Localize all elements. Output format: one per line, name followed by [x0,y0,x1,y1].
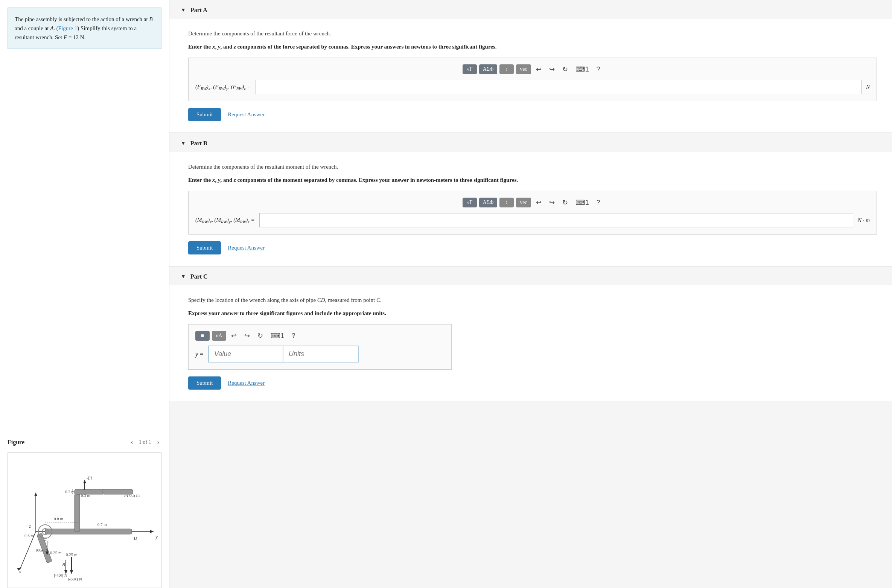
part-a-redo-btn[interactable]: ↪ [546,64,557,75]
svg-text:[-60k] N: [-60k] N [68,577,82,581]
part-b-toolbar: √Γ ΑΣΦ ↕ vec ↩ ↪ ↻ ⌨1 ? [195,197,870,208]
part-a-content: Determine the components of the resultan… [169,19,892,133]
part-c-undo-btn[interactable]: ↩ [228,331,239,341]
figure-nav: ‹ 1 of 1 › [129,438,161,446]
part-a-header[interactable]: ▼ Part A [169,0,892,19]
svg-text:y: y [155,534,158,539]
part-b-section: ▼ Part B Determine the components of the… [169,133,892,266]
part-b-reset-btn[interactable]: ↻ [560,197,571,208]
part-b-answer-box: √Γ ΑΣΦ ↕ vec ↩ ↪ ↻ ⌨1 ? (MRW)x, (MRW)y, … [188,191,877,235]
part-a-title: Part A [190,7,207,14]
figure-title: Figure [8,439,24,446]
figure-link[interactable]: Figure 1 [58,25,77,31]
part-a-submit-button[interactable]: Submit [188,108,221,121]
part-c-title: Part C [190,273,208,280]
part-b-input-label: (MRW)x, (MRW)y, (MRW)z = [195,217,255,224]
part-c-instruction: Express your answer to three significant… [188,309,877,318]
svg-rect-0 [9,456,160,584]
part-c-input-label: y = [195,351,204,358]
svg-text:D: D [133,535,137,541]
part-c-reset-btn[interactable]: ↻ [255,331,266,341]
part-b-submit-button[interactable]: Submit [188,241,221,254]
figure-svg: z y x C [9,456,160,584]
part-c-keyboard-btn[interactable]: ⌨1 [268,331,287,341]
part-b-action-row: Submit Request Answer [188,241,877,254]
part-a-undo-btn[interactable]: ↩ [533,64,544,75]
right-panel: ▼ Part A Determine the components of the… [169,0,892,588]
figure-diagram: z y x C [8,452,161,588]
part-b-vec-btn[interactable]: vec [516,198,531,207]
svg-text:0.3 m: 0.3 m [65,489,75,494]
part-b-input-row: (MRW)x, (MRW)y, (MRW)z = N · m [195,213,870,227]
part-b-input[interactable] [259,213,853,227]
svg-text:0.25 m: 0.25 m [50,550,62,555]
part-b-help-btn[interactable]: ? [594,198,603,207]
part-a-toolbar: √Γ ΑΣΦ ↕ vec ↩ ↪ ↻ ⌨1 ? [195,64,870,75]
part-a-request-button[interactable]: Request Answer [228,111,265,118]
problem-text: The pipe assembly is subjected to the ac… [15,16,153,40]
part-c-help-btn[interactable]: ? [289,331,298,341]
part-c-request-button[interactable]: Request Answer [228,380,265,386]
part-c-value-input[interactable] [208,346,283,363]
part-a-instruction: Enter the x, y, and z components of the … [188,43,877,51]
svg-text:[-40i] N: [-40i] N [54,573,67,577]
part-b-undo-btn[interactable]: ↩ [533,197,544,208]
part-c-submit-button[interactable]: Submit [188,376,221,390]
part-b-sqrt-btn[interactable]: √Γ [463,198,477,207]
part-c-btn2[interactable]: nA [212,331,226,341]
part-a-keyboard-btn[interactable]: ⌨1 [573,64,592,75]
part-b-instruction: Enter the x, y, and z components of the … [188,176,877,184]
part-c-input-row: y = [195,346,444,363]
problem-box: The pipe assembly is subjected to the ac… [8,8,161,49]
figure-nav-text: 1 of 1 [139,439,151,445]
svg-text:0.3 m: 0.3 m [81,493,91,498]
part-c-btn1[interactable]: ■ [195,331,210,341]
part-c-redo-btn[interactable]: ↪ [242,331,253,341]
part-c-content: Specify the location of the wrench along… [169,285,892,401]
part-b-sigma-btn[interactable]: ΑΣΦ [479,198,498,207]
part-b-header[interactable]: ▼ Part B [169,133,892,152]
part-a-description: Determine the components of the resultan… [188,29,877,38]
part-b-request-button[interactable]: Request Answer [228,245,265,251]
figure-header: Figure ‹ 1 of 1 › [8,435,161,449]
svg-text:— 0.7 m —: — 0.7 m — [92,522,113,527]
part-a-input[interactable] [256,80,862,94]
part-a-arrow-btn[interactable]: ↕ [499,64,514,74]
part-c-header[interactable]: ▼ Part C [169,267,892,285]
svg-text:0.8 m: 0.8 m [54,516,64,521]
part-c-answer-box: ■ nA ↩ ↪ ↻ ⌨1 ? y = [188,324,452,370]
part-b-arrow-btn[interactable]: ↕ [499,198,514,207]
part-b-content: Determine the components of the resultan… [169,152,892,266]
part-c-toolbar: ■ nA ↩ ↪ ↻ ⌨1 ? [195,331,444,341]
svg-text:[60k] N: [60k] N [36,548,49,552]
part-b-arrow: ▼ [181,140,186,146]
part-a-section: ▼ Part A Determine the components of the… [169,0,892,133]
svg-text:Fi 0.5 m: Fi 0.5 m [124,493,140,498]
part-b-keyboard-btn[interactable]: ⌨1 [573,197,592,208]
svg-rect-13 [75,494,80,532]
svg-text:0.6 m: 0.6 m [24,533,34,538]
part-a-answer-box: √Γ ΑΣΦ ↕ vec ↩ ↪ ↻ ⌨1 ? (FRW)x, (FRW)y, … [188,58,877,101]
svg-text:B: B [62,562,65,567]
part-a-sqrt-btn[interactable]: √Γ [463,64,477,74]
part-b-redo-btn[interactable]: ↪ [546,197,557,208]
part-a-input-label: (FRW)x, (FRW)y, (FRW)z = [195,84,251,91]
part-b-description: Determine the components of the resultan… [188,163,877,171]
part-a-reset-btn[interactable]: ↻ [560,64,571,75]
part-b-title: Part B [190,140,207,147]
figure-section: Figure ‹ 1 of 1 › z y x [8,435,161,588]
part-c-units-input[interactable] [283,346,359,363]
part-a-unit: N [866,84,870,90]
part-c-arrow: ▼ [181,274,186,280]
part-a-vec-btn[interactable]: vec [516,64,531,74]
svg-rect-11 [45,529,132,534]
figure-prev-button[interactable]: ‹ [129,438,135,446]
part-a-sigma-btn[interactable]: ΑΣΦ [479,64,498,74]
part-c-section: ▼ Part C Specify the location of the wre… [169,267,892,401]
part-a-arrow: ▼ [181,7,186,13]
figure-next-button[interactable]: › [155,438,161,446]
part-c-description: Specify the location of the wrench along… [188,296,877,305]
svg-text:z: z [29,523,31,529]
part-a-help-btn[interactable]: ? [594,64,603,74]
part-b-unit: N · m [858,217,870,224]
